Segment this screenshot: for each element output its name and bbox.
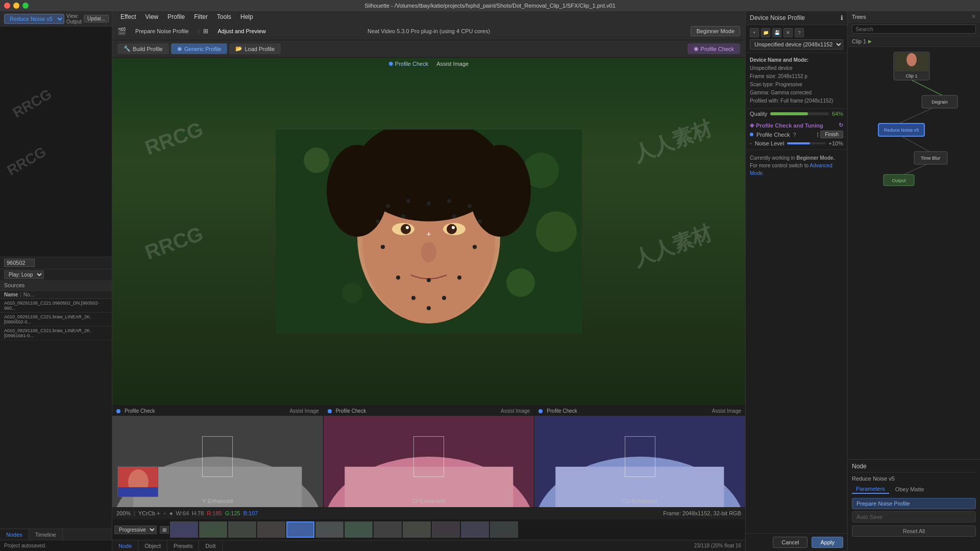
- menu-view[interactable]: View: [141, 12, 162, 21]
- dp-new-btn[interactable]: +: [750, 28, 759, 37]
- auto-save-btn[interactable]: Auto Save: [852, 511, 976, 522]
- footage-item[interactable]: A010_09291106_C221.braw_LINEAR_2K.[09961…: [0, 327, 112, 340]
- reduce-noise-selector[interactable]: Reduce Noise v5: [4, 14, 64, 24]
- left-sidebar: Reduce Noise v5 View: Output Updat... RR…: [0, 11, 112, 551]
- close-button[interactable]: [4, 3, 10, 9]
- viewer-area: Profile Check Assist Image RRCG 人人素材 RRC…: [112, 58, 745, 551]
- filmstrip-thumb-2[interactable]: [199, 521, 227, 538]
- blue-dot: [389, 62, 393, 66]
- lower-left-thumbnail: [117, 466, 158, 497]
- prepare-noise-btn-node[interactable]: Prepare Noise Profile: [852, 498, 976, 509]
- filmstrip-thumb-8[interactable]: [374, 521, 402, 538]
- minimize-button[interactable]: [13, 3, 19, 9]
- plugin-title: Neat Video 5.3.0 Pro plug-in (using 4 CP…: [368, 28, 490, 34]
- finish-btn[interactable]: Finish: [820, 131, 843, 138]
- filmstrip-thumb-4[interactable]: [257, 521, 285, 538]
- doit-tab[interactable]: DoIt: [199, 540, 222, 551]
- fullscreen-button[interactable]: [22, 3, 29, 9]
- device-dropdown[interactable]: Unspecified device (2048x1152p) *: [750, 39, 843, 49]
- finish-divider: |: [817, 132, 819, 137]
- timeline-tab[interactable]: Timeline: [29, 529, 63, 540]
- zoom-level: 200%: [116, 510, 131, 516]
- quality-row: Quality 64%: [746, 109, 847, 119]
- filmstrip-thumb-12[interactable]: [490, 521, 518, 538]
- cancel-btn[interactable]: Cancel: [773, 537, 807, 548]
- progressive-select[interactable]: Progressive: [114, 525, 157, 534]
- traffic-lights[interactable]: [4, 3, 29, 9]
- clip1-label: Clip 1 ▶: [848, 36, 980, 47]
- object-tab[interactable]: Object: [138, 540, 167, 551]
- cb-assist-image: Assist Image: [712, 408, 741, 414]
- generic-profile-btn[interactable]: ◉ Generic Profile: [171, 43, 228, 54]
- menu-effect[interactable]: Effect: [116, 12, 140, 21]
- dp-save-btn[interactable]: 💾: [772, 28, 781, 37]
- sources-name-label: Name: [4, 292, 18, 297]
- filmstrip-thumb-6[interactable]: [315, 521, 344, 538]
- update-button[interactable]: Updat...: [84, 15, 109, 22]
- view-output-label: View: Output: [66, 13, 82, 24]
- cr-enhanced-label: Cr Enhanced: [412, 498, 445, 504]
- filmstrip-thumb-7[interactable]: [345, 521, 373, 538]
- menu-tools[interactable]: Tools: [213, 12, 235, 21]
- dp-open-btn[interactable]: 📁: [761, 28, 770, 37]
- section-refresh-icon[interactable]: ↻: [839, 122, 843, 129]
- sources-toolbar: Name | No...: [0, 291, 112, 299]
- menu-filter[interactable]: Filter: [190, 12, 212, 21]
- timecode-input[interactable]: [4, 259, 35, 267]
- quality-label: Quality: [750, 111, 767, 117]
- beginner-mode-btn[interactable]: Beginner Mode: [691, 26, 740, 36]
- face-portrait: [276, 130, 582, 334]
- build-profile-btn[interactable]: 🔧 Build Profile: [117, 43, 169, 54]
- y-sample-box: [202, 436, 233, 477]
- filmstrip-thumb-3[interactable]: [228, 521, 256, 538]
- dp-help-icon[interactable]: ℹ: [841, 14, 843, 21]
- play-mode-select[interactable]: Play: Loop: [4, 270, 44, 279]
- profile-check-btn[interactable]: ◉ Profile Check: [688, 43, 740, 54]
- play-controls: Play: Loop: [0, 269, 112, 280]
- gamma-value: Gamma corrected: [771, 90, 812, 95]
- dp-delete-btn[interactable]: ✕: [783, 28, 793, 37]
- load-profile-icon: 📂: [235, 45, 242, 52]
- filmstrip-thumb-1[interactable]: [170, 521, 198, 538]
- pc-help-icon[interactable]: ?: [793, 132, 796, 138]
- prepare-noise-btn[interactable]: Prepare Noise Profile: [130, 27, 194, 36]
- frame-number: 23/118 (20% float 16: [694, 543, 745, 548]
- nl-value: +10%: [829, 140, 843, 146]
- cr-sample-box: [413, 436, 444, 477]
- dp-info-btn[interactable]: ?: [795, 28, 804, 37]
- y-assist-image: Assist Image: [289, 408, 318, 414]
- generic-profile-icon: ◉: [177, 45, 182, 52]
- nodes-tab[interactable]: Nodes: [0, 529, 29, 540]
- presets-tab[interactable]: Presets: [167, 540, 199, 551]
- adjust-preview-btn[interactable]: Adjust and Preview: [212, 27, 271, 36]
- footage-item[interactable]: A010_09291106_C221.0960502_DN.[960502-96…: [0, 299, 112, 313]
- node-tab[interactable]: Node: [112, 540, 138, 551]
- footage-item[interactable]: A010_09291106_C221.braw_LINEAR_2K.[09605…: [0, 313, 112, 327]
- filmstrip-thumb-5[interactable]: [286, 521, 314, 538]
- search-input[interactable]: [852, 24, 976, 34]
- svg-point-28: [473, 245, 477, 249]
- sidebar-preview: RRCG RRCG: [0, 27, 112, 257]
- noise-level-slider[interactable]: [787, 142, 825, 144]
- menu-help[interactable]: Help: [236, 12, 257, 21]
- cb-strip-header: Profile Check Assist Image: [534, 406, 745, 416]
- frame-info: Frame: 2048x1152, 32-bit RGB: [663, 510, 741, 516]
- parameters-tab[interactable]: Parameters: [852, 485, 889, 494]
- filmstrip-thumb-10[interactable]: [432, 521, 460, 538]
- filmstrip-thumb-9[interactable]: [403, 521, 431, 538]
- filmstrip-control-1[interactable]: ⊞: [160, 526, 169, 534]
- load-profile-btn[interactable]: 📂 Load Profile: [229, 43, 281, 54]
- obey-matte-tab[interactable]: Obey Matte: [891, 485, 928, 494]
- reset-all-btn[interactable]: Reset All: [852, 525, 976, 537]
- g-val: G:125: [225, 510, 240, 516]
- menu-profile[interactable]: Profile: [163, 12, 189, 21]
- svg-point-29: [396, 276, 400, 280]
- filmstrip-thumb-11[interactable]: [461, 521, 489, 538]
- svg-point-4: [506, 268, 535, 297]
- noise-level-row: • Noise Level +10%: [750, 140, 843, 146]
- trees-close[interactable]: ✕: [971, 13, 976, 20]
- apply-btn[interactable]: Apply: [812, 537, 843, 548]
- svg-text:Time Blur: Time Blur: [921, 156, 940, 161]
- sources-separator: |: [20, 292, 21, 297]
- y-dot: [116, 409, 120, 413]
